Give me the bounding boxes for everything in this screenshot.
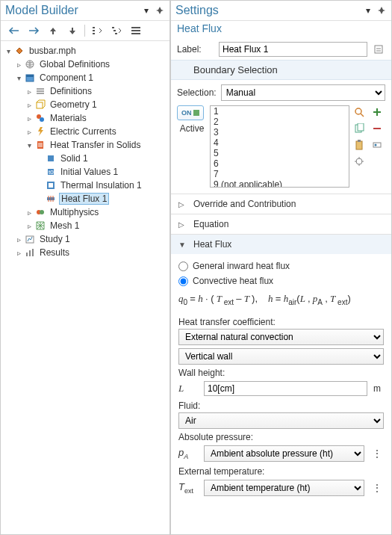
remove-icon[interactable] — [370, 122, 384, 135]
radio-convective-row[interactable]: Convective heat flux — [178, 273, 384, 288]
heatflux-body: General inward heat flux Convective heat… — [171, 254, 391, 502]
model-builder-toolbar — [1, 21, 169, 41]
mat-icon — [34, 112, 46, 124]
zoom-icon[interactable] — [352, 105, 366, 119]
tree-item[interactable]: ▾Component 1 — [2, 71, 168, 84]
pin-icon[interactable] — [155, 5, 165, 16]
pin-icon[interactable] — [376, 5, 387, 16]
selection-listbox[interactable]: 12345679 (not applicable) — [210, 105, 349, 188]
abs-symbol: pA — [178, 447, 198, 460]
svg-rect-0 — [93, 27, 95, 28]
tree-item[interactable]: ▹Electric Currents — [2, 125, 168, 138]
tree-mode-button[interactable] — [127, 23, 145, 38]
equation-display: q0 = h · ( T ext – T ), h = hair(L , pA … — [178, 288, 384, 314]
model-tree[interactable]: ▾busbar.mph▹Global Definitions▾Component… — [1, 41, 169, 534]
forward-button[interactable] — [25, 23, 43, 38]
wall-dropdown[interactable]: Vertical wall — [178, 348, 384, 365]
equation-section[interactable]: ▷Equation — [171, 214, 391, 234]
add-icon[interactable] — [370, 105, 384, 119]
twisty-icon[interactable]: ▹ — [25, 114, 34, 123]
fluid-label: Fluid: — [178, 398, 384, 412]
toggle-sel-icon[interactable] — [370, 138, 384, 152]
up-button[interactable] — [44, 23, 62, 38]
tree-item-label: Mesh 1 — [49, 220, 81, 231]
radio-general[interactable] — [178, 262, 188, 271]
list-item[interactable]: 1 — [211, 106, 349, 117]
twisty-icon[interactable]: ▹ — [25, 87, 34, 96]
tree-item[interactable]: ▹Mesh 1 — [2, 219, 168, 232]
twisty-icon[interactable]: ▾ — [25, 141, 34, 149]
twisty-icon[interactable]: ▹ — [25, 208, 34, 217]
htc-dropdown[interactable]: External natural convection — [178, 329, 384, 345]
twisty-icon[interactable]: ▹ — [25, 101, 34, 109]
list-item[interactable]: 3 — [211, 127, 349, 137]
tree-item-label: Results — [38, 247, 71, 258]
list-item[interactable]: 2 — [211, 117, 349, 127]
twisty-icon[interactable]: ▾ — [4, 47, 13, 55]
down-button[interactable] — [63, 23, 81, 38]
paste-icon[interactable] — [352, 138, 366, 152]
label-menu-icon[interactable] — [372, 43, 385, 56]
svg-rect-26 — [32, 249, 34, 256]
selection-dropdown[interactable]: Manual — [221, 84, 385, 101]
tree-item[interactable]: ·Solid 1 — [2, 152, 168, 165]
tree-item[interactable]: ·t0Initial Values 1 — [2, 165, 168, 179]
label-label: Label: — [177, 44, 214, 55]
tree-item-label: Geometry 1 — [49, 99, 99, 110]
svg-rect-8 — [131, 33, 140, 34]
twisty-icon[interactable]: ▹ — [14, 249, 23, 257]
active-toggle[interactable]: ON — [177, 105, 204, 120]
tree-item-label: Initial Values 1 — [59, 167, 119, 177]
svg-rect-25 — [29, 250, 31, 256]
tree-item[interactable]: ▾busbar.mph — [2, 44, 168, 58]
twisty-icon[interactable]: ▹ — [14, 61, 23, 69]
list-item[interactable]: 9 (not applicable) — [211, 179, 349, 188]
expand-tree-button[interactable] — [108, 23, 125, 38]
abs-dropdown[interactable]: Ambient absolute pressure (ht) — [204, 445, 364, 462]
ext-dropdown[interactable]: Ambient temperature (ht) — [204, 480, 364, 496]
list-item[interactable]: 5 — [211, 148, 349, 158]
tree-item[interactable]: ·Thermal Insulation 1 — [2, 179, 168, 192]
fluid-dropdown[interactable]: Air — [178, 412, 384, 429]
list-item[interactable]: 4 — [211, 137, 349, 148]
radio-convective[interactable] — [178, 276, 188, 286]
twisty-icon[interactable]: ▾ — [14, 74, 23, 82]
tree-item[interactable]: ▹Materials — [2, 111, 168, 125]
tree-item[interactable]: ▹Global Definitions — [2, 58, 168, 71]
wallheight-symbol: L — [178, 383, 198, 395]
copy-icon[interactable] — [352, 122, 366, 135]
tree-item[interactable]: ·Heat Flux 1 — [2, 192, 168, 205]
collapse-tree-button[interactable] — [88, 23, 106, 38]
label-input[interactable] — [219, 42, 367, 57]
twisty-icon[interactable]: ▹ — [14, 235, 23, 244]
list-item[interactable]: 7 — [211, 169, 349, 179]
tree-item[interactable]: ▾Heat Transfer in Solids — [2, 138, 168, 152]
tree-item-label: Study 1 — [38, 234, 72, 244]
collapse-icon[interactable]: ▾ — [363, 5, 373, 16]
tree-item[interactable]: ▹Definitions — [2, 84, 168, 98]
wallheight-input[interactable] — [204, 381, 367, 396]
abs-menu-icon[interactable]: ⋮ — [370, 447, 384, 460]
htc-label: Heat transfer coefficient: — [178, 314, 384, 329]
collapse-icon[interactable]: ▾ — [141, 5, 152, 16]
svg-rect-1 — [93, 30, 95, 31]
crosshair-icon[interactable] — [352, 155, 366, 168]
twisty-icon[interactable]: ▹ — [25, 222, 34, 230]
tree-item[interactable]: ▹Results — [2, 246, 168, 259]
tree-item-label: Multiphysics — [49, 207, 100, 217]
tree-item[interactable]: ▹Geometry 1 — [2, 98, 168, 111]
ext-menu-icon[interactable]: ⋮ — [370, 481, 384, 495]
tree-item-label: Electric Currents — [49, 126, 118, 137]
solid-icon — [45, 152, 57, 164]
twisty-icon[interactable]: ▹ — [25, 128, 34, 136]
svg-text:t0: t0 — [49, 169, 54, 176]
list-item[interactable]: 6 — [211, 158, 349, 169]
tree-item[interactable]: ▹Multiphysics — [2, 205, 168, 219]
tree-item-label: Thermal Insulation 1 — [59, 180, 143, 191]
radio-general-row[interactable]: General inward heat flux — [178, 259, 384, 273]
heatflux-section-header[interactable]: ▼Heat Flux — [171, 234, 391, 254]
tree-item[interactable]: ▹Study 1 — [2, 232, 168, 246]
override-section[interactable]: ▷Override and Contribution — [171, 194, 391, 214]
boundary-selection-header: Boundary Selection — [171, 60, 391, 80]
back-button[interactable] — [5, 23, 23, 38]
